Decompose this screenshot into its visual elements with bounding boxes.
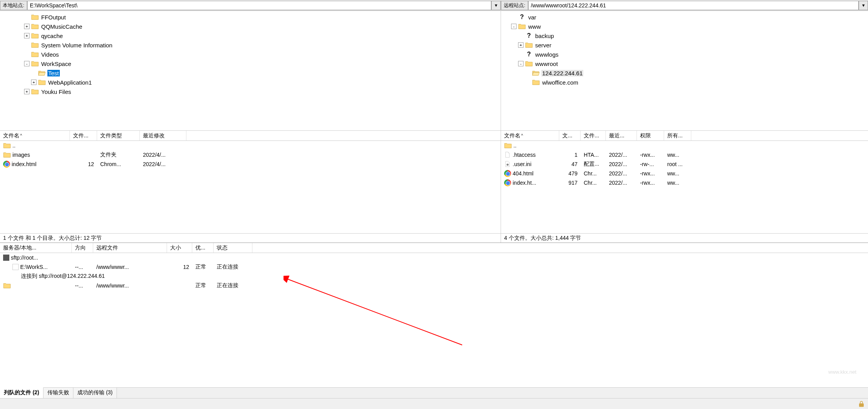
tree-item[interactable]: +QQMusicCache	[0, 22, 501, 31]
queue-tab[interactable]: 列队的文件 (2)	[0, 387, 43, 398]
tree-expander[interactable]: -	[511, 24, 517, 29]
local-path-dropdown[interactable]: ▾	[491, 1, 501, 10]
remote-path-input[interactable]	[528, 1, 859, 10]
file-name: index.ht...	[513, 180, 536, 186]
tree-expander[interactable]: -	[24, 61, 30, 66]
folder-icon	[38, 79, 46, 85]
tree-item[interactable]: -WorkSpace	[0, 59, 501, 68]
tree-item[interactable]: +qycache	[0, 31, 501, 40]
queue-columns[interactable]: 服务器/本地...方向远程文件大小优...状态	[0, 243, 868, 253]
column-header[interactable]: 优...	[192, 243, 214, 253]
tree-expander[interactable]: +	[24, 33, 30, 38]
tree-item[interactable]: ?backup	[501, 31, 868, 40]
tree-item[interactable]: System Volume Information	[0, 40, 501, 50]
file-owner: ww...	[664, 170, 691, 177]
file-row[interactable]: .htaccess1HTA...2022/...-rwx...ww...	[501, 150, 868, 159]
tree-item[interactable]: ?wwwlogs	[501, 50, 868, 59]
tree-expander[interactable]: -	[518, 61, 524, 66]
column-header[interactable]: 文...	[559, 131, 581, 140]
queue-rows[interactable]: sftp://root...E:\WorkS...--.../www/wwwr.…	[0, 253, 868, 387]
column-header[interactable]: 所有...	[664, 131, 691, 140]
file-modified: 2022/...	[606, 180, 637, 186]
tree-label: FFOutput	[40, 14, 66, 21]
queue-row[interactable]: E:\WorkS...--.../www/wwwr...12正常正在连接	[0, 262, 868, 272]
lock-icon	[858, 400, 865, 407]
column-header[interactable]: 文件类型	[97, 131, 140, 140]
tree-item[interactable]: -wwwroot	[501, 59, 868, 68]
tree-item[interactable]: Videos	[0, 50, 501, 59]
column-header[interactable]: 最近...	[606, 131, 637, 140]
file-row[interactable]: index.html12Chrom...2022/4/...	[0, 159, 501, 169]
file-row[interactable]: ..	[501, 141, 868, 150]
column-header[interactable]: 最近修改	[140, 131, 186, 140]
folder-icon	[532, 79, 540, 85]
queue-row[interactable]: sftp://root...	[0, 253, 868, 262]
tree-item[interactable]: -www	[501, 22, 868, 31]
local-file-list: 文件名^文件...文件类型最近修改 ..images文件夹2022/4/...i…	[0, 130, 501, 233]
file-row[interactable]: index.ht...917Chr...2022/...-rwx...ww...	[501, 178, 868, 187]
file-name: .user.ini	[513, 161, 531, 167]
local-status-bar: 1 个文件 和 1 个目录。大小总计: 12 字节	[0, 233, 501, 243]
queue-direction: --...	[72, 264, 93, 270]
tree-item[interactable]: +Youku Files	[0, 87, 501, 96]
remote-path-dropdown[interactable]: ▾	[859, 1, 868, 10]
tree-expander[interactable]: +	[518, 42, 524, 48]
chevron-down-icon: ▾	[495, 2, 497, 8]
local-path-input[interactable]	[27, 1, 491, 10]
remote-files[interactable]: ...htaccess1HTA...2022/...-rwx...ww....u…	[501, 141, 868, 233]
tree-expander[interactable]: +	[31, 80, 37, 85]
queue-tab[interactable]: 传输失败	[43, 388, 73, 398]
file-permissions: -rwx...	[637, 180, 664, 186]
column-header[interactable]: 状态	[214, 243, 252, 253]
folder-icon	[504, 142, 512, 149]
tree-item[interactable]: ?var	[501, 12, 868, 22]
file-row[interactable]: .user.ini47配置...2022/...-rw-...root ...	[501, 159, 868, 169]
folder-icon	[518, 23, 526, 29]
column-header[interactable]: 权限	[637, 131, 664, 140]
file-size: 479	[559, 170, 581, 177]
file-row[interactable]: ..	[0, 141, 501, 150]
queue-size: 12	[167, 264, 192, 270]
tree-item[interactable]: 124.222.244.61	[501, 68, 868, 78]
folder-icon	[31, 33, 39, 39]
tree-item[interactable]: Test	[0, 68, 501, 78]
local-site-label: 本地站点:	[0, 1, 27, 10]
file-row[interactable]: images文件夹2022/4/...	[0, 150, 501, 159]
column-header[interactable]: 服务器/本地...	[0, 243, 72, 253]
file-modified: 2022/4/...	[140, 161, 186, 167]
tree-label: server	[534, 42, 552, 49]
remote-tree[interactable]: ?var-www?backup+server?wwwlogs-wwwroot12…	[501, 11, 868, 130]
local-tree[interactable]: FFOutput+QQMusicCache+qycacheSystem Volu…	[0, 11, 501, 130]
tree-item[interactable]: +server	[501, 40, 868, 50]
column-header[interactable]: 远程文件	[93, 243, 167, 253]
folder-icon	[3, 282, 11, 289]
tree-item[interactable]: wlwoffice.com	[501, 78, 868, 87]
queue-row[interactable]: 连接到 sftp://root@124.222.244.61	[0, 272, 868, 281]
queue-row[interactable]: --.../www/wwwr...正常正在连接	[0, 281, 868, 290]
local-columns[interactable]: 文件名^文件...文件类型最近修改	[0, 131, 501, 141]
remote-site-bar: 远程站点: ▾	[501, 0, 868, 11]
file-owner: ww...	[664, 152, 691, 158]
tree-expander[interactable]: +	[24, 89, 30, 94]
column-header[interactable]: 方向	[72, 243, 93, 253]
file-row[interactable]: 404.html479Chr...2022/...-rwx...ww...	[501, 169, 868, 178]
queue-direction: --...	[72, 282, 93, 289]
tree-item[interactable]: FFOutput	[0, 12, 501, 22]
queue-local: E:\WorkS...	[20, 264, 48, 270]
sort-arrow-icon: ^	[20, 133, 22, 138]
tree-item[interactable]: +WebApplication1	[0, 78, 501, 87]
column-header[interactable]: 文件名^	[501, 131, 559, 140]
column-header[interactable]: 文件...	[70, 131, 97, 140]
unknown-folder-icon: ?	[525, 32, 533, 39]
column-header[interactable]: 文件名^	[0, 131, 70, 140]
folder-icon	[525, 42, 533, 48]
column-header[interactable]: 文件...	[581, 131, 606, 140]
remote-status-bar: 4 个文件。大小总共: 1,444 字节	[501, 233, 868, 243]
local-files[interactable]: ..images文件夹2022/4/...index.html12Chrom..…	[0, 141, 501, 233]
column-header[interactable]: 大小	[167, 243, 192, 253]
tree-expander[interactable]: +	[24, 24, 30, 29]
queue-tab[interactable]: 成功的传输 (3)	[73, 388, 117, 398]
file-icon	[504, 152, 511, 158]
remote-columns[interactable]: 文件名^文...文件...最近...权限所有...	[501, 131, 868, 141]
folder-icon	[3, 142, 11, 149]
